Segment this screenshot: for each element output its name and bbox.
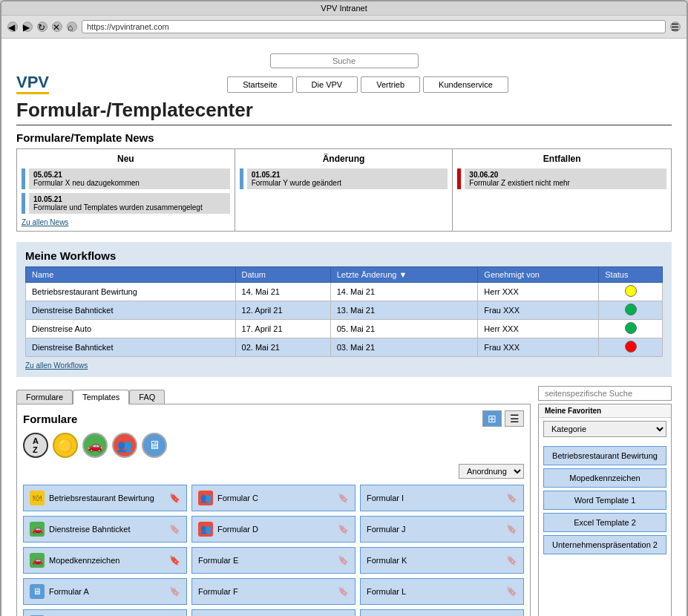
filter-az[interactable]: AZ [23,433,48,458]
bookmark-icon[interactable]: 🔖 [506,493,517,503]
news-item-bar-4 [457,168,461,189]
nav-vertrieb[interactable]: Vertrieb [361,76,420,93]
icon-group: ⊞ ☰ [482,410,524,427]
fav-item-4[interactable]: Unternehmenspräsentation 2 [543,535,666,554]
form-item-col2-2[interactable]: Formular E🔖 [191,547,356,574]
category-select[interactable]: Kategorie [543,421,666,437]
form-item-col1-1[interactable]: 🚗Dienstreise Bahnticket🔖 [23,516,187,543]
bookmark-icon[interactable]: 🔖 [338,555,349,566]
news-item-bar-3 [240,168,243,189]
home-btn[interactable]: ⌂ [67,22,77,32]
refresh-btn[interactable]: ↻ [37,22,47,32]
bookmark-icon[interactable]: 🔖 [338,493,349,503]
form-item-col3-1[interactable]: Formular J🔖 [360,516,524,543]
tab-formulare[interactable]: Formulare [16,390,73,404]
news-item-bar-2 [22,193,25,214]
workflow-name-3: Dienstreise Bahnticket [26,338,236,357]
form-item-col3-3[interactable]: Formular L🔖 [360,578,524,605]
news-header-neu: Neu [22,154,230,164]
col-name: Name [26,267,236,283]
filter-monitor[interactable]: 🖥 [142,433,167,458]
bookmark-icon[interactable]: 🔖 [338,524,349,534]
news-link-neu[interactable]: Zu allen News [22,218,230,226]
favorites-category: Kategorie [539,418,671,443]
formulare-title: Formulare [23,413,77,425]
form-item-col3-4[interactable]: Formular M🔖 [360,609,524,616]
news-item-2: 10.05.21 Formulare und Templates wurden … [22,193,230,214]
form-item-col1-2[interactable]: 🚗Mopedkennzeichen🔖 [23,547,187,574]
workflow-name-2: Dienstreise Auto [26,320,236,338]
fav-item-0[interactable]: Betriebsrestaurant Bewirtung [543,446,666,465]
formulare-header-row: Formulare ⊞ ☰ [23,410,524,427]
forward-btn[interactable]: ▶ [22,22,33,32]
search-bar-top [16,47,672,71]
news-section: Formulare/Template News Neu 05.05.21 For… [16,131,672,232]
news-item-3: 01.05.21 Formular Y wurde geändert [240,168,448,189]
news-section-title: Formulare/Template News [16,131,672,144]
bookmark-icon[interactable]: 🔖 [169,586,180,597]
formulare-tabs: FormulareTemplatesFAQ [16,390,165,404]
form-item-col3-2[interactable]: Formular K🔖 [360,547,524,574]
grid-view-btn[interactable]: ⊞ [482,410,502,427]
workflow-status-1 [599,301,663,320]
news-item-bar [22,168,25,189]
form-item-icon: 👥 [198,491,213,505]
filter-car[interactable]: 🚗 [82,433,108,458]
news-col-entfallen: Entfallen 30.06.20 Formular Z existiert … [453,149,671,231]
page-title: Formular-/Templatecenter [16,99,672,125]
workflow-letzte-3: 03. Mai 21 [330,338,478,357]
form-item-col3-0[interactable]: Formular I🔖 [360,485,524,511]
filter-yellow[interactable]: 🟡 [53,433,78,458]
news-item-content-4: 30.06.20 Formular Z existiert nicht mehr [465,168,666,189]
workflow-status-0 [599,283,663,301]
main-search-input[interactable] [270,53,419,68]
workflow-row-3: Dienstreise Bahnticket 02. Mai 21 03. Ma… [26,338,663,357]
fav-item-3[interactable]: Excel Template 2 [543,513,666,532]
col-letzte[interactable]: Letzte Änderung ▼ [330,267,478,283]
form-item-col1-0[interactable]: 🍽Betriebsrestaurant Bewirtung🔖 [23,485,187,511]
form-item-col2-0[interactable]: 👥Formular C🔖 [191,485,356,511]
col-status: Status [599,267,663,283]
status-dot-3 [625,341,637,353]
form-item-col2-4[interactable]: Formular G🔖 [191,609,356,616]
workflow-row-0: Betriebsrestaurant Bewirtung 14. Mai 21 … [26,283,663,301]
nav-startseite[interactable]: Startseite [227,76,292,93]
workflow-status-3 [599,338,663,357]
bookmark-icon[interactable]: 🔖 [506,586,517,597]
news-col-aenderung: Änderung 01.05.21 Formular Y wurde geänd… [235,149,453,231]
news-col-neu: Neu 05.05.21 Formular X neu dazugekommen… [17,149,235,231]
menu-btn[interactable]: ☰ [670,22,681,32]
form-item-col1-4[interactable]: 🖥Formular B🔖 [23,609,187,616]
list-view-btn[interactable]: ☰ [505,410,524,427]
favorites-title: Meine Favoriten [539,404,671,418]
anordnung-select[interactable]: Anordnung [459,464,524,479]
form-item-col2-3[interactable]: Formular F🔖 [191,578,356,605]
bookmark-icon[interactable]: 🔖 [169,524,180,534]
workflows-link[interactable]: Zu allen Workflows [25,361,663,370]
bookmark-icon[interactable]: 🔖 [338,586,349,597]
fav-item-2[interactable]: Word Template 1 [543,491,666,510]
workflows-table: Name Datum Letzte Änderung ▼ Genehmigt v… [25,266,663,357]
form-item-col1-3[interactable]: 🖥Formular A🔖 [23,578,187,605]
url-bar[interactable] [82,20,666,33]
nav-die-vpv[interactable]: Die VPV [296,76,358,93]
status-dot-0 [625,285,637,297]
news-item-content-1: 05.05.21 Formular X neu dazugekommen [29,168,230,189]
tab-faq[interactable]: FAQ [129,390,165,404]
formulare-grid: 🍽Betriebsrestaurant Bewirtung🔖👥Formular … [23,485,524,616]
workflow-datum-2: 17. April 21 [235,320,330,338]
bookmark-icon[interactable]: 🔖 [169,555,180,566]
back-btn[interactable]: ◀ [7,22,18,32]
news-item-content-3: 01.05.21 Formular Y wurde geändert [247,168,448,189]
tab-templates[interactable]: Templates [73,390,129,404]
page-search-input[interactable] [538,386,672,401]
close-btn[interactable]: ✕ [52,22,62,32]
filter-people[interactable]: 👥 [112,433,137,458]
nav-kundenservice[interactable]: Kundenservice [423,76,508,93]
bookmark-icon[interactable]: 🔖 [506,555,517,566]
bookmark-icon[interactable]: 🔖 [506,524,517,534]
form-item-col2-1[interactable]: 👥Formular D🔖 [191,516,356,543]
bookmark-icon[interactable]: 🔖 [169,493,180,503]
fav-item-1[interactable]: Mopedkennzeichen [543,468,666,488]
form-item-icon: 🚗 [30,553,45,568]
